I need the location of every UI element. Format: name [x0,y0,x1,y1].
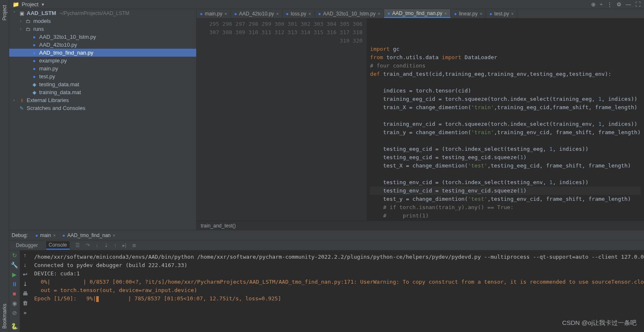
tree-folder[interactable]: › 🗀 runs [9,25,196,33]
editor-tab[interactable]: ●AAD_tmo_find_nan.py× [384,9,451,18]
folder-icon: ▣ [18,10,25,16]
tree-file[interactable]: ◆testing_data.mat [9,80,196,88]
python-file-icon: ● [454,11,457,16]
bookmarks-toolwindow-tab[interactable]: Bookmarks [2,304,7,329]
evaluate-icon[interactable]: ≣ [132,242,136,248]
close-icon[interactable]: × [511,11,514,16]
settings-icon[interactable]: — [626,1,631,7]
target-icon[interactable]: ⊕ [591,1,596,7]
breadcrumb[interactable]: train_and_test() [197,221,644,230]
run-to-cursor-icon[interactable]: ▸| [122,242,126,248]
python-file-icon: ● [31,34,37,40]
external-libraries[interactable]: › ⫴ External Libraries [9,96,196,104]
print-icon[interactable]: 🖶 [22,290,28,297]
mat-file-icon: ◆ [31,82,37,87]
close-icon[interactable]: × [53,233,55,238]
library-icon: ⫴ [18,97,25,103]
pause-icon[interactable]: ⏸ [12,281,17,287]
code-editor[interactable]: 295 296 297 298 299 300 301 302 303 304 … [197,18,644,221]
python-file-icon: ● [318,11,321,16]
python-file-icon: ● [31,66,37,72]
close-icon[interactable]: × [308,11,311,16]
up-icon[interactable]: ↑ [24,252,27,258]
project-view-selector[interactable]: 📁 Project ▼ [12,1,45,7]
python-file-icon: ● [31,50,37,56]
collapse-icon[interactable]: ÷ [600,1,603,7]
down-icon[interactable]: ↓ [24,262,27,268]
resume-icon[interactable]: ▶ [12,271,17,278]
python-icon: ● [62,233,65,238]
tree-file[interactable]: ●AAD_32to1_10_lstm.py [9,33,196,41]
editor-tab[interactable]: ●loss.py× [282,9,315,18]
toolbar: ⛶ — ⚙ ⋮ ÷ ⊕ 📁 Project ▼ [9,0,644,9]
mute-breakpoints-icon[interactable]: ⊘ [12,310,17,316]
editor-tabs: ●main.py×●AAD_42to10.py×●loss.py×●AAD_32… [197,9,644,18]
tree-file[interactable]: ●AAD_42to10.py [9,41,196,49]
python-icon: ● [35,233,38,238]
folder-icon: 🗀 [25,26,32,32]
debug-label: Debug: [12,232,28,238]
close-icon[interactable]: × [276,11,279,16]
tree-file[interactable]: ●test.py [9,72,196,80]
python-file-icon: ● [31,42,37,48]
python-file-icon: ● [387,11,390,16]
step-out-icon[interactable]: ↑ [114,242,117,248]
rerun-icon[interactable]: ↻ [12,252,17,259]
more-icon[interactable]: ⋮ [607,1,612,7]
chevron-right-icon: › [18,19,23,23]
tree-file[interactable]: ◆training_data.mat [9,88,196,96]
editor-tab[interactable]: ●linear.py× [451,9,486,18]
clear-icon[interactable]: 🗑 [22,300,28,306]
python-file-icon: ● [31,58,37,64]
editor-tab[interactable]: ●AAD_42to10.py× [231,9,282,18]
editor-tab[interactable]: ●test.py× [486,9,517,18]
modify-run-icon[interactable]: 🔧 [11,262,18,268]
console-side-toolbar: ↑ ↓ ↩ ⤓ 🖶 🗑 » [20,250,30,332]
folder-icon: 📁 [12,1,19,7]
project-root[interactable]: ˅ ▣ AAD_LSTM ~/PycharmProjects/AAD_LSTM [9,9,196,17]
line-gutter: 295 296 297 298 299 300 301 302 303 304 … [197,18,367,221]
layout-icon[interactable]: ☰ [75,242,80,248]
scratch-icon: ✎ [18,105,25,111]
python-file-icon: ● [286,11,289,16]
chevron-down-icon: ˅ [12,11,17,15]
debug-session-tab[interactable]: ● main × [32,231,59,240]
debug-side-toolbar: ↻ 🔧 ▶ ⏸ ■ ◉ ⊘ 🐍 [9,250,20,332]
step-into-icon[interactable]: ↓ [96,242,98,248]
debug-panel: Debug: ● main × ● AAD_tmo_find_nan × Deb… [9,230,644,332]
tree-file[interactable]: ●main.py [9,65,196,72]
python-console-icon[interactable]: 🐍 [11,323,18,330]
chevron-right-icon: › [12,98,17,102]
code-area[interactable]: import gcfrom torch.utils.data import Da… [367,18,644,221]
console-tab[interactable]: Console [46,241,70,250]
close-icon[interactable]: × [225,11,227,16]
debugger-tab[interactable]: Debugger [13,242,40,249]
python-file-icon: ● [31,74,37,80]
step-over-icon[interactable]: ↷ [86,242,90,248]
tree-folder[interactable]: › 🗀 models [9,17,196,25]
gear-icon[interactable]: ⚙ [617,1,622,7]
editor-tab[interactable]: ●main.py× [197,9,231,18]
chevron-down-icon: ▼ [41,2,45,7]
editor-tab[interactable]: ●AAD_32to1_10_lstm.py× [315,9,384,18]
python-file-icon: ● [200,11,203,16]
scratches-consoles[interactable]: ✎ Scratches and Consoles [9,104,196,112]
new-console-icon[interactable]: » [23,310,26,316]
expand-icon[interactable]: ⛶ [635,1,641,7]
view-breakpoints-icon[interactable]: ◉ [12,300,17,307]
scroll-end-icon[interactable]: ⤓ [23,281,27,287]
left-toolwindow-strip: Project Bookmarks [0,0,9,332]
close-icon[interactable]: × [479,11,482,16]
step-into-my-icon[interactable]: ⇣ [104,242,108,248]
project-toolwindow-tab[interactable]: Project [2,5,7,20]
console-output[interactable]: /home/xxr/software/miniconda3/envs/AAD/b… [30,250,644,332]
tree-file[interactable]: ●example.py [9,57,196,65]
close-icon[interactable]: × [377,11,380,16]
close-icon[interactable]: × [444,11,447,16]
debug-session-tab[interactable]: ● AAD_tmo_find_nan × [59,231,119,240]
soft-wrap-icon[interactable]: ↩ [23,271,27,277]
project-tree[interactable]: ˅ ▣ AAD_LSTM ~/PycharmProjects/AAD_LSTM … [9,9,197,230]
tree-file[interactable]: ●AAD_tmo_find_nan.py [9,49,196,57]
stop-icon[interactable]: ■ [12,290,16,297]
close-icon[interactable]: × [113,233,115,238]
